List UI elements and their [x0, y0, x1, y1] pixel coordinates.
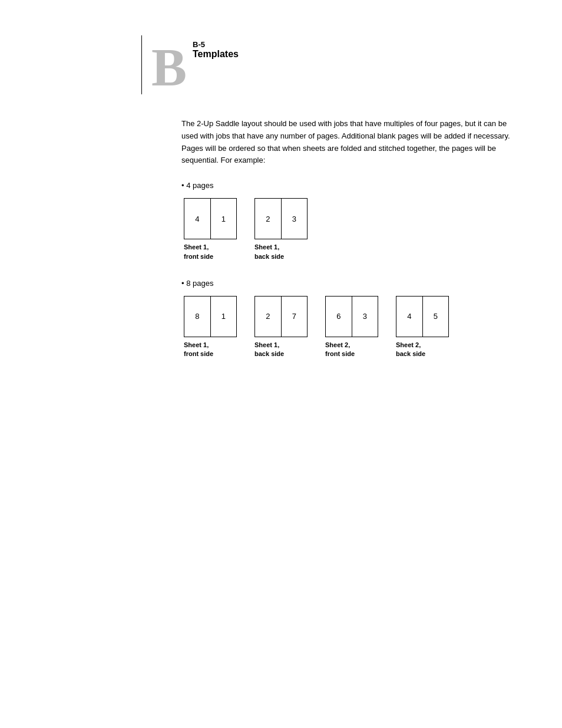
sheet-box-1-3: 45: [396, 296, 449, 337]
sheet-cell-1-2-1: 3: [352, 297, 378, 337]
sheet-cell-1-2-0: 6: [326, 297, 352, 337]
sheet-cell-1-1-0: 2: [255, 297, 281, 337]
bullet-section-1: 8 pages81Sheet 1,front side27Sheet 1,bac…: [181, 279, 515, 359]
sheet-item-0-1: 23Sheet 1,back side: [254, 198, 308, 261]
sheet-cell-1-3-1: 5: [422, 297, 449, 337]
vertical-divider: [141, 35, 142, 94]
sheet-label-0-0: Sheet 1,front side: [184, 243, 213, 261]
sections-container: 4 pages41Sheet 1,front side23Sheet 1,bac…: [181, 181, 515, 359]
sheet-cell-0-1-0: 2: [255, 199, 281, 239]
sheet-item-1-0: 81Sheet 1,front side: [184, 296, 237, 359]
bullet-label-0: 4 pages: [181, 181, 515, 190]
sheets-row-1: 81Sheet 1,front side27Sheet 1,back side6…: [184, 296, 515, 359]
sheet-item-1-3: 45Sheet 2,back side: [396, 296, 449, 359]
sheet-label-0-1: Sheet 1,back side: [254, 243, 284, 261]
sheet-label-1-0: Sheet 1,front side: [184, 341, 213, 359]
sheet-label-1-1: Sheet 1,back side: [254, 341, 284, 359]
sheet-label-1-2: Sheet 2,front side: [325, 341, 355, 359]
sheet-cell-0-0-1: 1: [210, 199, 237, 239]
sheets-row-0: 41Sheet 1,front side23Sheet 1,back side: [184, 198, 515, 261]
page: B B-5 Templates The 2-Up Saddle layout s…: [0, 0, 562, 728]
main-content: The 2-Up Saddle layout should be used wi…: [181, 118, 515, 359]
chapter-number: B-5: [193, 40, 239, 49]
sheet-cell-1-0-0: 8: [184, 297, 210, 337]
sheet-cell-1-0-1: 1: [210, 297, 237, 337]
sheet-cell-1-3-0: 4: [396, 297, 422, 337]
sheet-box-1-2: 63: [325, 296, 378, 337]
sheet-box-0-1: 23: [254, 198, 308, 239]
intro-paragraph: The 2-Up Saddle layout should be used wi…: [181, 118, 515, 167]
header-area: B B-5 Templates: [141, 35, 562, 94]
sheet-item-0-0: 41Sheet 1,front side: [184, 198, 237, 261]
sheet-box-1-0: 81: [184, 296, 237, 337]
sheet-cell-0-1-1: 3: [281, 199, 308, 239]
sheet-cell-0-0-0: 4: [184, 199, 210, 239]
sheet-box-1-1: 27: [254, 296, 308, 337]
sheet-item-1-1: 27Sheet 1,back side: [254, 296, 308, 359]
sheet-label-1-3: Sheet 2,back side: [396, 341, 425, 359]
chapter-title: Templates: [193, 49, 239, 60]
bullet-label-1: 8 pages: [181, 279, 515, 288]
sheet-box-0-0: 41: [184, 198, 237, 239]
bullet-section-0: 4 pages41Sheet 1,front side23Sheet 1,bac…: [181, 181, 515, 261]
sheet-cell-1-1-1: 7: [281, 297, 308, 337]
chapter-label: B-5 Templates: [193, 35, 239, 94]
sheet-item-1-2: 63Sheet 2,front side: [325, 296, 378, 359]
chapter-letter: B: [151, 41, 187, 94]
